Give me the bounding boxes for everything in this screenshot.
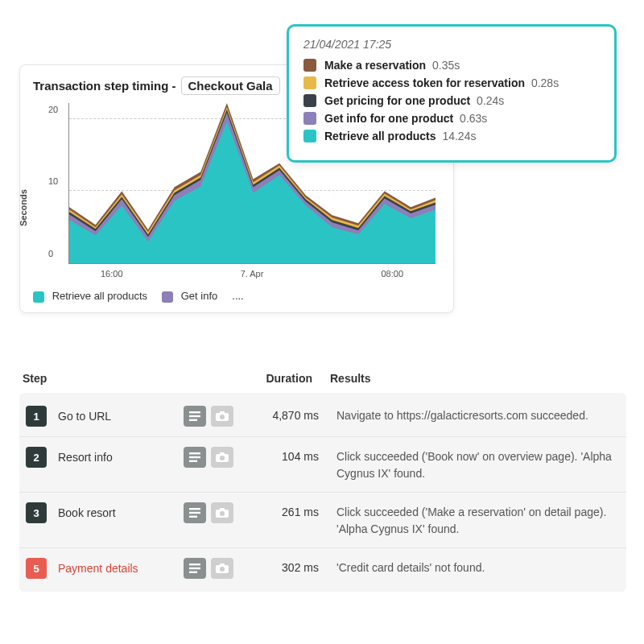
- svg-rect-5: [189, 411, 200, 413]
- x-tick: 08:00: [381, 269, 403, 279]
- svg-rect-9: [220, 411, 225, 414]
- tooltip-series-value: 0.35s: [429, 59, 460, 72]
- step-number-badge: 3: [26, 502, 47, 523]
- tooltip-series-name: Get pricing for one product: [324, 94, 470, 107]
- table-row: 1Go to URL4,870 msNavigate to https://ga…: [19, 396, 626, 437]
- svg-rect-7: [189, 419, 197, 421]
- tooltip-series-value: 0.63s: [456, 112, 487, 125]
- step-name: Book resort: [58, 506, 116, 519]
- y-tick: 20: [48, 105, 58, 114]
- screenshot-icon[interactable]: [211, 558, 233, 579]
- table-row: 2Resort info104 msClick succeeded ('Book…: [19, 437, 626, 493]
- svg-rect-6: [189, 415, 200, 417]
- y-axis-label: Seconds: [19, 189, 28, 226]
- svg-point-10: [220, 415, 225, 419]
- legend-ellipsis: ....: [232, 290, 243, 302]
- x-axis-ticks: 16:00 7. Apr 08:00: [68, 269, 436, 279]
- step-number-badge: 2: [26, 447, 47, 468]
- svg-rect-27: [220, 564, 225, 566]
- svg-rect-12: [189, 456, 200, 458]
- tooltip-series-name: Make a reservation: [324, 59, 426, 72]
- step-number-badge: 5: [26, 558, 47, 579]
- header-results: Results: [330, 372, 626, 385]
- svg-point-16: [220, 456, 225, 460]
- tooltip-series-name: Retrieve all products: [324, 130, 436, 142]
- tooltip-swatch: [303, 112, 316, 125]
- results-cell: 'Credit card details' not found.: [336, 558, 620, 576]
- tooltip-series-value: 14.24s: [440, 130, 477, 142]
- tooltip-series-value: 0.24s: [473, 94, 504, 107]
- screenshot-icon[interactable]: [211, 447, 233, 468]
- legend-label: Get info: [181, 290, 218, 302]
- step-name: Resort info: [58, 451, 113, 464]
- svg-rect-18: [189, 512, 200, 514]
- table-header-row: Step Duration Results: [19, 367, 626, 393]
- svg-rect-15: [220, 452, 225, 455]
- tooltip-swatch: [303, 94, 316, 107]
- svg-rect-17: [189, 508, 200, 510]
- log-icon[interactable]: [184, 558, 206, 579]
- results-cell: Click succeeded ('Book now' on overview …: [336, 447, 620, 482]
- log-icon[interactable]: [184, 447, 206, 468]
- svg-point-22: [220, 511, 225, 516]
- results-cell: Navigate to https://galacticresorts.com …: [336, 406, 620, 424]
- svg-rect-11: [189, 452, 200, 454]
- tooltip-row: Make a reservation 0.35s: [303, 59, 600, 72]
- legend-label: Retrieve all products: [52, 290, 148, 302]
- tooltip-series-name: Retrieve access token for reservation: [324, 76, 525, 89]
- legend-swatch: [162, 291, 173, 303]
- screenshot-icon[interactable]: [211, 502, 233, 523]
- header-step: Step: [19, 372, 177, 385]
- svg-rect-21: [220, 508, 225, 510]
- tooltip-timestamp: 21/04/2021 17:25: [303, 38, 600, 51]
- duration-cell: 4,870 ms: [248, 406, 336, 422]
- x-tick: 16:00: [101, 269, 123, 279]
- duration-cell: 104 ms: [248, 447, 336, 463]
- table-row: 5Payment details302 ms'Credit card detai…: [19, 548, 626, 588]
- tooltip-row: Retrieve access token for reservation 0.…: [303, 76, 600, 89]
- duration-cell: 261 ms: [248, 502, 336, 518]
- x-tick: 7. Apr: [241, 269, 264, 279]
- legend-swatch: [33, 291, 44, 303]
- chart-transaction-dropdown[interactable]: Checkout Gala: [181, 76, 280, 95]
- screenshot-icon[interactable]: [211, 406, 233, 427]
- log-icon[interactable]: [184, 406, 206, 427]
- tooltip-row: Retrieve all products 14.24s: [303, 130, 600, 142]
- tooltip-row: Get pricing for one product 0.24s: [303, 94, 600, 107]
- tooltip-row: Get info for one product 0.63s: [303, 112, 600, 125]
- step-table: Step Duration Results 1Go to URL4,870 ms…: [19, 367, 626, 592]
- results-cell: Click succeeded ('Make a reservation' on…: [336, 502, 620, 538]
- tooltip-swatch: [303, 59, 316, 72]
- svg-rect-25: [189, 572, 197, 573]
- tooltip-swatch: [303, 130, 316, 142]
- legend-item: Get info: [162, 290, 217, 303]
- svg-rect-19: [189, 516, 197, 518]
- tooltip-swatch: [303, 76, 316, 89]
- step-number-badge: 1: [26, 406, 47, 427]
- chart-tooltip: 21/04/2021 17:25 Make a reservation 0.35…: [287, 24, 617, 163]
- svg-rect-13: [189, 460, 197, 462]
- y-tick: 0: [48, 249, 53, 258]
- svg-point-28: [220, 567, 225, 572]
- table-row: 3Book resort261 msClick succeeded ('Make…: [19, 493, 626, 548]
- header-duration: Duration: [242, 372, 330, 385]
- legend-item: Retrieve all products: [33, 290, 147, 303]
- y-tick: 10: [48, 176, 58, 186]
- svg-rect-24: [189, 568, 200, 569]
- chart-title-prefix: Transaction step timing -: [33, 79, 176, 93]
- step-name: Payment details: [58, 562, 138, 575]
- table-body: 1Go to URL4,870 msNavigate to https://ga…: [19, 393, 626, 592]
- tooltip-series-name: Get info for one product: [324, 112, 453, 125]
- step-name: Go to URL: [58, 410, 111, 423]
- svg-rect-23: [189, 564, 200, 565]
- tooltip-series-value: 0.28s: [528, 76, 559, 89]
- log-icon[interactable]: [184, 502, 206, 523]
- duration-cell: 302 ms: [248, 558, 336, 574]
- chart-legend: Retrieve all products Get info ....: [33, 290, 440, 303]
